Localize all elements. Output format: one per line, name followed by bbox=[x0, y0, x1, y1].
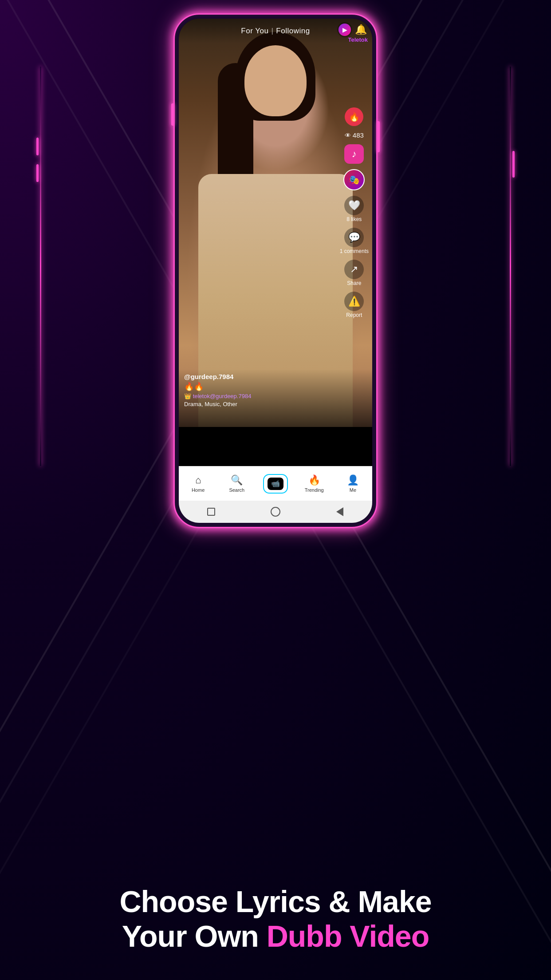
views-count: 483 bbox=[353, 131, 364, 139]
promo-line2: Your Own Dubb Video bbox=[18, 919, 533, 953]
back-triangle-icon bbox=[336, 507, 343, 516]
phone-side-button-bottom bbox=[36, 164, 39, 182]
user-emojis: 🔥🔥 bbox=[184, 382, 367, 391]
teletok-brand-text: Teletok bbox=[348, 36, 368, 43]
android-recents-button[interactable] bbox=[206, 506, 216, 517]
comment-icon: 💬 bbox=[344, 228, 364, 247]
video-area[interactable]: For You | Following ▶ 🔔 Teletok bbox=[179, 19, 372, 427]
nav-record[interactable]: 📹 bbox=[256, 474, 295, 494]
fire-button[interactable]: 🔥 bbox=[345, 107, 363, 126]
teletok-handle-text: 👑 teletok@gurdeep.7984 bbox=[184, 393, 367, 399]
me-icon: 👤 bbox=[347, 474, 359, 486]
share-action[interactable]: ↗ Share bbox=[344, 260, 364, 286]
like-icon: 🤍 bbox=[344, 196, 364, 215]
trending-icon: 🔥 bbox=[308, 474, 320, 486]
phone-screen: For You | Following ▶ 🔔 Teletok bbox=[179, 19, 372, 523]
share-label: Share bbox=[347, 280, 361, 286]
phone-side-button-right bbox=[512, 151, 515, 178]
search-label: Search bbox=[229, 487, 244, 493]
report-label: Report bbox=[346, 312, 362, 318]
glow-right-accent bbox=[510, 67, 511, 466]
nav-trending[interactable]: 🔥 Trending bbox=[295, 474, 334, 493]
teletok-accent: tok bbox=[359, 36, 368, 43]
views-row: 👁 483 bbox=[345, 131, 364, 139]
user-avatar[interactable]: 🎭 bbox=[343, 169, 365, 190]
search-icon: 🔍 bbox=[231, 474, 243, 486]
bottom-navigation: ⌂ Home 🔍 Search 📹 🔥 Trending bbox=[179, 466, 372, 501]
home-icon: ⌂ bbox=[195, 474, 201, 486]
like-action[interactable]: 🤍 8 likes bbox=[344, 196, 364, 222]
report-action[interactable]: ⚠️ Report bbox=[344, 292, 364, 318]
promo-line2-white: Your Own bbox=[122, 919, 267, 953]
trending-label: Trending bbox=[305, 487, 324, 493]
android-home-button[interactable] bbox=[270, 506, 281, 517]
promo-line2-accent: Dubb Video bbox=[267, 919, 429, 953]
nav-home[interactable]: ⌂ Home bbox=[179, 474, 217, 493]
home-label: Home bbox=[192, 487, 205, 493]
record-button[interactable]: 📹 bbox=[263, 474, 288, 494]
pipe-separator: | bbox=[271, 27, 273, 36]
android-navigation-bar bbox=[179, 501, 372, 523]
notification-bell-icon[interactable]: 🔔 bbox=[355, 24, 367, 36]
share-icon: ↗ bbox=[344, 260, 364, 279]
android-back-button[interactable] bbox=[335, 506, 345, 517]
home-circle-icon bbox=[271, 507, 280, 517]
comments-label: 1 comments bbox=[340, 248, 369, 254]
promo-line1: Choose Lyrics & Make bbox=[18, 884, 533, 919]
user-tags: Drama, Music, Other bbox=[184, 401, 367, 407]
username-text[interactable]: @gurdeep.7984 bbox=[184, 373, 367, 380]
nav-me[interactable]: 👤 Me bbox=[334, 474, 372, 493]
crown-icon: 👑 bbox=[184, 393, 193, 399]
teletok-full-handle: teletok@gurdeep.7984 bbox=[193, 393, 252, 399]
following-label[interactable]: Following bbox=[276, 27, 310, 36]
top-right-icons: ▶ 🔔 bbox=[337, 22, 367, 37]
report-icon: ⚠️ bbox=[344, 292, 364, 311]
me-label: Me bbox=[350, 487, 356, 493]
video-bottom-info: @gurdeep.7984 🔥🔥 👑 teletok@gurdeep.7984 … bbox=[179, 369, 372, 427]
nav-search[interactable]: 🔍 Search bbox=[217, 474, 256, 493]
right-action-buttons: 🔥 👁 483 ♪ 🎭 🤍 8 likes 💬 bbox=[340, 107, 369, 318]
for-you-label[interactable]: For You bbox=[241, 27, 268, 36]
phone-side-button-top bbox=[36, 138, 39, 155]
recents-icon bbox=[207, 508, 215, 516]
music-button[interactable]: ♪ bbox=[344, 144, 364, 164]
promo-section: Choose Lyrics & Make Your Own Dubb Video bbox=[0, 884, 551, 953]
eye-icon: 👁 bbox=[345, 132, 351, 139]
face-figure bbox=[244, 45, 307, 116]
camera-icon: 📹 bbox=[271, 479, 280, 488]
comment-action[interactable]: 💬 1 comments bbox=[340, 228, 369, 254]
logo-inner: ▶ bbox=[338, 24, 351, 36]
app-logo-icon: ▶ bbox=[337, 22, 352, 37]
likes-label: 8 likes bbox=[346, 216, 362, 222]
glow-left-accent bbox=[40, 67, 41, 466]
top-bar: For You | Following ▶ 🔔 Teletok bbox=[179, 19, 372, 43]
record-icon-inner: 📹 bbox=[268, 478, 283, 490]
teletok-brand: Teletok bbox=[348, 36, 368, 43]
phone-frame-wrapper: For You | Following ▶ 🔔 Teletok bbox=[173, 13, 378, 528]
